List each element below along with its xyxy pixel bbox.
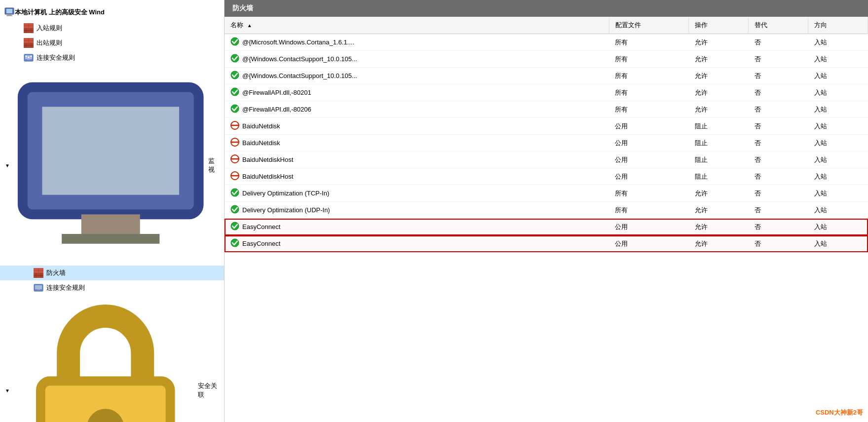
rule-action: 允许 (689, 84, 749, 101)
allow-icon (230, 71, 239, 81)
chevron-down-icon: ▼ (4, 162, 11, 169)
rule-action: 允许 (689, 51, 749, 68)
svg-point-23 (31, 56, 32, 57)
table-row[interactable]: Delivery Optimization (TCP-In)所有允许否入站 (225, 185, 868, 202)
rule-action: 阻止 (689, 168, 749, 185)
monitor-icon (13, 68, 208, 263)
sidebar-title: 本地计算机 上的高级安全 Wind (0, 4, 224, 21)
network-icon-sub (34, 283, 43, 293)
table-row[interactable]: BaiduNetdiskHost公用阻止否入站 (225, 168, 868, 185)
rule-name-text: EasyConnect (242, 223, 280, 230)
sidebar-item-monitor[interactable]: ▼ 监视 (0, 65, 224, 266)
sidebar-item-outbound[interactable]: 出站规则 (0, 36, 224, 50)
chevron-down-icon-2: ▼ (4, 387, 11, 394)
col-header-direction[interactable]: 方向 (808, 17, 868, 34)
rule-config: 公用 (609, 235, 688, 252)
rule-action: 允许 (689, 202, 749, 219)
rule-name-cell: Delivery Optimization (UDP-In) (225, 202, 609, 219)
sidebar-item-firewall[interactable]: 防火墙 (0, 266, 224, 280)
rule-name-text: BaiduNetdiskHost (242, 173, 293, 180)
rule-config: 所有 (609, 101, 688, 118)
rule-config: 公用 (609, 118, 688, 135)
svg-rect-2 (7, 14, 11, 15)
rule-direction: 入站 (808, 185, 868, 202)
rule-direction: 入站 (808, 168, 868, 185)
rule-name-text: @{Windows.ContactSupport_10.0.105... (242, 72, 357, 79)
rule-name-text: Delivery Optimization (UDP-In) (242, 206, 330, 214)
rule-direction: 入站 (808, 152, 868, 168)
brick-icon-inbound (24, 23, 34, 33)
table-row[interactable]: EasyConnect公用允许否入站 (225, 235, 868, 252)
rule-action: 允许 (689, 68, 749, 84)
rule-alt: 否 (749, 68, 808, 84)
rule-alt: 否 (749, 185, 808, 202)
rule-direction: 入站 (808, 118, 868, 135)
sidebar-item-connection-security[interactable]: 连接安全规则 (0, 50, 224, 65)
rule-alt: 否 (749, 219, 808, 235)
table-row[interactable]: @{Microsoft.Windows.Cortana_1.6.1....所有允… (225, 34, 868, 51)
rule-action: 允许 (689, 34, 749, 51)
sidebar-item-label-firewall: 防火墙 (46, 269, 66, 277)
sidebar-item-security-assoc[interactable]: ▼ 安全关联 (0, 295, 224, 422)
rule-name-cell: @{Microsoft.Windows.Cortana_1.6.1.... (225, 34, 609, 51)
sort-arrow-name: ▲ (247, 23, 252, 28)
allow-icon (230, 222, 239, 232)
sidebar-item-label-conn-sec-sub: 连接安全规则 (46, 283, 85, 292)
block-icon (230, 121, 239, 131)
svg-rect-27 (62, 234, 159, 244)
rule-alt: 否 (749, 34, 808, 51)
watermark: CSDN大神新2哥 (816, 408, 863, 417)
table-row[interactable]: BaiduNetdisk公用阻止否入站 (225, 135, 868, 152)
network-icon (24, 53, 34, 63)
rule-name-text: BaiduNetdiskHost (242, 156, 293, 163)
rule-name-cell: @{Windows.ContactSupport_10.0.105... (225, 68, 609, 84)
table-row[interactable]: @FirewallAPI.dll,-80201所有允许否入站 (225, 84, 868, 101)
sidebar-item-conn-sec-sub[interactable]: 连接安全规则 (0, 280, 224, 295)
col-header-alt[interactable]: 替代 (749, 17, 808, 34)
svg-point-21 (26, 56, 27, 57)
rule-config: 所有 (609, 34, 688, 51)
table-row[interactable]: BaiduNetdiskHost公用阻止否入站 (225, 152, 868, 168)
sidebar-title-text: 本地计算机 上的高级安全 Wind (15, 8, 105, 17)
table-container[interactable]: 名称 ▲ 配置文件 操作 替代 方向 (225, 17, 868, 422)
main-header: 防火墙 (225, 0, 868, 17)
table-row[interactable]: @FirewallAPI.dll,-80206所有允许否入站 (225, 101, 868, 118)
rule-config: 所有 (609, 51, 688, 68)
rule-config: 所有 (609, 185, 688, 202)
table-row[interactable]: BaiduNetdisk公用阻止否入站 (225, 118, 868, 135)
rule-direction: 入站 (808, 135, 868, 152)
rule-direction: 入站 (808, 34, 868, 51)
rule-alt: 否 (749, 135, 808, 152)
col-header-name[interactable]: 名称 ▲ (225, 17, 609, 34)
table-row[interactable]: @{Windows.ContactSupport_10.0.105...所有允许… (225, 68, 868, 84)
col-header-config[interactable]: 配置文件 (609, 17, 688, 34)
table-row[interactable]: Delivery Optimization (UDP-In)所有允许否入站 (225, 202, 868, 219)
rule-name-text: EasyConnect (242, 240, 280, 247)
col-header-action[interactable]: 操作 (689, 17, 749, 34)
rule-name-cell: BaiduNetdiskHost (225, 152, 609, 168)
rule-config: 公用 (609, 168, 688, 185)
rule-action: 阻止 (689, 135, 749, 152)
table-row[interactable]: @{Windows.ContactSupport_10.0.105...所有允许… (225, 51, 868, 68)
main-header-title: 防火墙 (232, 4, 253, 12)
rule-alt: 否 (749, 202, 808, 219)
allow-icon (230, 54, 239, 64)
rule-name-cell: EasyConnect (225, 235, 609, 252)
table-row[interactable]: EasyConnect公用允许否入站 (225, 219, 868, 235)
sidebar-item-label-outbound: 出站规则 (37, 38, 62, 47)
rule-direction: 入站 (808, 235, 868, 252)
rule-config: 所有 (609, 202, 688, 219)
rule-name-cell: @{Windows.ContactSupport_10.0.105... (225, 51, 609, 68)
block-icon (230, 154, 239, 165)
rule-alt: 否 (749, 118, 808, 135)
rule-name-text: BaiduNetdisk (242, 122, 280, 130)
svg-rect-26 (81, 214, 140, 234)
svg-rect-3 (6, 15, 12, 16)
sidebar-item-inbound[interactable]: 入站规则 (0, 21, 224, 36)
rule-config: 公用 (609, 219, 688, 235)
rule-name-cell: @FirewallAPI.dll,-80201 (225, 84, 609, 101)
rule-alt: 否 (749, 101, 808, 118)
rule-direction: 入站 (808, 101, 868, 118)
svg-point-22 (28, 57, 30, 58)
firewall-icon (34, 268, 43, 278)
